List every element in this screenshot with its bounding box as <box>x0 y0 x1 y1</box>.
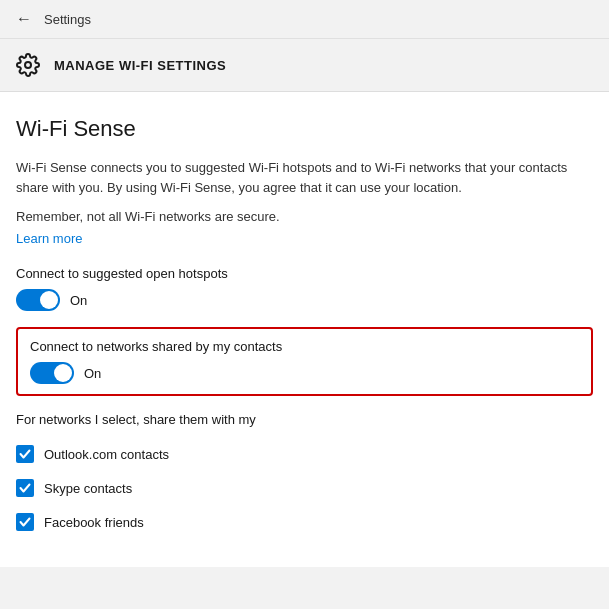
contacts-toggle-row: On <box>30 362 579 384</box>
checkmark-icon <box>19 482 31 494</box>
hotspots-setting: Connect to suggested open hotspots On <box>16 266 593 311</box>
manage-title: MANAGE WI-FI SETTINGS <box>54 58 226 73</box>
facebook-label: Facebook friends <box>44 515 144 530</box>
outlook-checkbox[interactable] <box>16 445 34 463</box>
manage-bar: MANAGE WI-FI SETTINGS <box>0 39 609 92</box>
checkbox-outlook: Outlook.com contacts <box>16 445 593 463</box>
contacts-toggle-label: On <box>84 366 101 381</box>
outlook-label: Outlook.com contacts <box>44 447 169 462</box>
hotspots-label: Connect to suggested open hotspots <box>16 266 593 281</box>
contacts-label: Connect to networks shared by my contact… <box>30 339 579 354</box>
warning-text: Remember, not all Wi-Fi networks are sec… <box>16 209 593 224</box>
hotspots-toggle[interactable] <box>16 289 60 311</box>
description-text: Wi-Fi Sense connects you to suggested Wi… <box>16 158 593 197</box>
learn-more-link[interactable]: Learn more <box>16 231 82 246</box>
gear-icon <box>16 53 40 77</box>
checkbox-skype: Skype contacts <box>16 479 593 497</box>
svg-point-0 <box>25 62 31 68</box>
main-content: Wi-Fi Sense Wi-Fi Sense connects you to … <box>0 92 609 567</box>
facebook-checkbox[interactable] <box>16 513 34 531</box>
skype-label: Skype contacts <box>44 481 132 496</box>
settings-header: ← Settings <box>0 0 609 39</box>
checkbox-facebook: Facebook friends <box>16 513 593 531</box>
header-title: Settings <box>44 12 91 27</box>
checkmark-icon <box>19 516 31 528</box>
back-arrow-icon[interactable]: ← <box>16 10 32 28</box>
page-title: Wi-Fi Sense <box>16 116 593 142</box>
share-label: For networks I select, share them with m… <box>16 412 593 427</box>
skype-checkbox[interactable] <box>16 479 34 497</box>
contacts-toggle[interactable] <box>30 362 74 384</box>
contacts-section: Connect to networks shared by my contact… <box>16 327 593 396</box>
hotspots-toggle-label: On <box>70 293 87 308</box>
checkmark-icon <box>19 448 31 460</box>
hotspots-toggle-row: On <box>16 289 593 311</box>
